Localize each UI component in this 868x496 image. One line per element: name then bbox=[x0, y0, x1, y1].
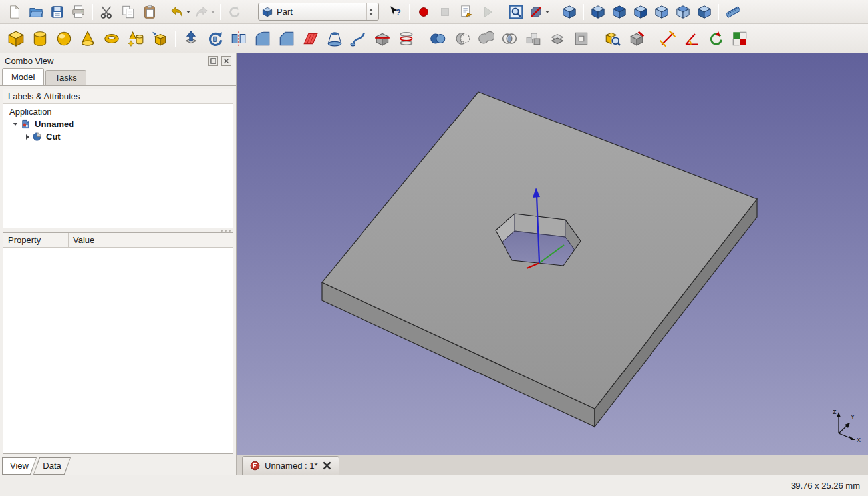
defeaturing-button[interactable] bbox=[625, 27, 648, 51]
tab-view[interactable]: View bbox=[2, 457, 37, 475]
part-sphere-icon bbox=[55, 30, 72, 47]
workbench-selector[interactable]: Part bbox=[258, 3, 379, 21]
part-intersection-icon bbox=[501, 30, 518, 47]
status-bar: 39.76 x 25.26 mm bbox=[0, 475, 868, 496]
document-tab[interactable]: Unnamed : 1* bbox=[242, 456, 339, 475]
toolbar-separator bbox=[409, 4, 410, 20]
close-icon bbox=[223, 58, 229, 64]
cut-feature-icon bbox=[32, 132, 42, 142]
part-primitives-button[interactable] bbox=[124, 27, 147, 51]
dropdown-arrow-icon[interactable] bbox=[211, 11, 215, 13]
whats-this-button[interactable]: ? bbox=[385, 3, 405, 21]
toolbar-separator bbox=[92, 4, 93, 20]
open-document-button[interactable] bbox=[26, 3, 46, 21]
measure-refresh-button[interactable] bbox=[704, 27, 727, 51]
property-list-empty bbox=[3, 248, 233, 453]
tab-tasks[interactable]: Tasks bbox=[45, 70, 86, 85]
float-icon bbox=[210, 58, 216, 64]
dropdown-arrow-icon[interactable] bbox=[545, 11, 549, 13]
new-document-icon bbox=[7, 5, 22, 19]
view-left-icon bbox=[697, 5, 712, 19]
dropdown-arrow-icon[interactable] bbox=[186, 11, 190, 13]
draw-style-icon bbox=[529, 5, 543, 19]
view-bottom-icon bbox=[676, 5, 690, 19]
part-torus-button[interactable] bbox=[100, 27, 123, 51]
nav-axis-x-label: X bbox=[857, 437, 861, 443]
measure-angular-button[interactable] bbox=[680, 27, 703, 51]
close-document-icon[interactable] bbox=[323, 461, 331, 470]
view-top-button[interactable] bbox=[609, 3, 629, 21]
part-revolve-icon bbox=[206, 30, 223, 47]
part-chamfer-button[interactable] bbox=[275, 27, 298, 51]
view-rear-button[interactable] bbox=[652, 3, 672, 21]
part-intersection-button[interactable] bbox=[498, 27, 521, 51]
part-primitives-icon bbox=[127, 30, 144, 47]
part-boolean-button[interactable] bbox=[426, 27, 449, 51]
part-section-button[interactable] bbox=[371, 27, 394, 51]
tree-item-cut[interactable]: Cut bbox=[3, 130, 233, 143]
part-mirror-button[interactable] bbox=[227, 27, 250, 51]
part-thickness-button[interactable] bbox=[570, 27, 593, 51]
part-cylinder-button[interactable] bbox=[29, 27, 51, 51]
spin-down-icon[interactable] bbox=[369, 13, 373, 15]
part-sweep-button[interactable] bbox=[347, 27, 370, 51]
part-cut-button[interactable] bbox=[450, 27, 473, 51]
part-cross-sections-button[interactable] bbox=[395, 27, 418, 51]
part-revolve-button[interactable] bbox=[204, 27, 226, 51]
part-compound-button[interactable] bbox=[522, 27, 545, 51]
tree-item-application[interactable]: Application bbox=[3, 105, 233, 118]
part-box-button[interactable] bbox=[5, 27, 27, 51]
tree-column-header[interactable]: Labels & Attributes bbox=[3, 89, 104, 103]
measure-toggle-all-button[interactable] bbox=[728, 27, 751, 51]
macro-stop-button bbox=[435, 3, 455, 21]
part-shape-builder-button[interactable] bbox=[148, 27, 171, 51]
save-document-button[interactable] bbox=[47, 3, 67, 21]
freecad-logo-icon bbox=[250, 461, 260, 471]
view-right-button[interactable] bbox=[631, 3, 651, 21]
part-union-button[interactable] bbox=[474, 27, 497, 51]
part-offset-button[interactable] bbox=[546, 27, 569, 51]
part-loft-button[interactable] bbox=[323, 27, 346, 51]
toolbar-separator bbox=[164, 4, 164, 20]
close-panel-button[interactable] bbox=[221, 56, 231, 66]
part-ruled-surface-button[interactable] bbox=[299, 27, 322, 51]
collapse-arrow-icon[interactable] bbox=[13, 123, 18, 126]
view-left-button[interactable] bbox=[694, 3, 714, 21]
print-document-button[interactable] bbox=[69, 3, 88, 21]
cut-clipboard-button[interactable] bbox=[97, 3, 117, 21]
view-front-button[interactable] bbox=[588, 3, 608, 21]
property-column-header[interactable]: Property bbox=[3, 233, 69, 247]
view-isometric-button[interactable] bbox=[559, 3, 579, 21]
whats-this-icon: ? bbox=[388, 5, 402, 19]
tree-item-document[interactable]: Unnamed bbox=[3, 118, 233, 130]
check-geometry-button[interactable] bbox=[601, 27, 624, 51]
3d-viewport[interactable]: Z Y X bbox=[237, 53, 868, 455]
view-top-icon bbox=[612, 5, 627, 19]
fit-all-button[interactable] bbox=[506, 3, 526, 21]
spin-up-icon[interactable] bbox=[369, 9, 373, 11]
measure-distance-button[interactable] bbox=[723, 3, 743, 21]
float-panel-button[interactable] bbox=[208, 56, 218, 66]
3d-scene[interactable] bbox=[237, 53, 868, 455]
tab-model[interactable]: Model bbox=[2, 68, 44, 85]
copy-clipboard-button[interactable] bbox=[118, 3, 138, 21]
new-document-button[interactable] bbox=[5, 3, 25, 21]
workbench-spinner[interactable] bbox=[366, 3, 375, 20]
view-bottom-button[interactable] bbox=[673, 3, 693, 21]
part-shape-builder-icon bbox=[151, 30, 168, 47]
part-extrude-button[interactable] bbox=[180, 27, 202, 51]
expand-arrow-icon[interactable] bbox=[26, 134, 29, 140]
value-column-header[interactable]: Value bbox=[69, 233, 99, 247]
part-compound-icon bbox=[525, 30, 542, 47]
measure-linear-button[interactable] bbox=[656, 27, 679, 51]
macro-record-button[interactable] bbox=[414, 3, 434, 21]
paste-clipboard-button[interactable] bbox=[140, 3, 160, 21]
part-cone-button[interactable] bbox=[76, 27, 99, 51]
draw-style-button[interactable] bbox=[527, 3, 551, 21]
tab-data[interactable]: Data bbox=[33, 457, 71, 475]
macro-edit-button[interactable] bbox=[456, 3, 476, 21]
part-sphere-button[interactable] bbox=[53, 27, 75, 51]
part-fillet-button[interactable] bbox=[251, 27, 274, 51]
print-document-icon bbox=[71, 5, 86, 19]
undo-button[interactable] bbox=[168, 3, 192, 21]
